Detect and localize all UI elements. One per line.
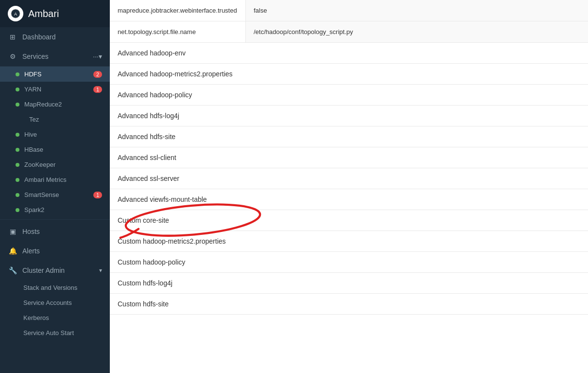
config-value: false xyxy=(246,0,588,21)
service-status-dot xyxy=(16,103,19,107)
service-status-dot xyxy=(16,88,19,91)
sidebar-item-hosts[interactable]: ▣ Hosts xyxy=(0,222,110,241)
service-status-dot xyxy=(16,163,19,167)
sidebar-item-hdfs[interactable]: HDFS 2 xyxy=(0,67,110,82)
annotated-section-container: Custom core-site xyxy=(110,210,588,231)
sidebar-item-hive[interactable]: Hive xyxy=(0,127,110,142)
config-row: mapreduce.jobtracker.webinterface.truste… xyxy=(110,0,588,21)
section-advanced-hadoop-metrics2[interactable]: Advanced hadoop-metrics2.properties xyxy=(110,64,588,85)
section-label: Advanced hadoop-metrics2.properties xyxy=(118,70,233,78)
section-label: Advanced ssl-client xyxy=(118,154,176,161)
sidebar-item-label: YARN xyxy=(24,86,93,93)
section-label: Advanced hdfs-log4j xyxy=(118,112,179,120)
sidebar-item-dashboard[interactable]: ⊞ Dashboard xyxy=(0,27,110,47)
sidebar-item-zookeeper[interactable]: ZooKeeper xyxy=(0,157,110,172)
sidebar-item-label: Dashboard xyxy=(22,33,102,41)
alerts-icon: 🔔 xyxy=(8,246,17,256)
service-status-dot xyxy=(16,208,19,212)
divider xyxy=(0,219,110,220)
sidebar-item-label: MapReduce2 xyxy=(24,101,102,108)
sidebar-item-tez[interactable]: Tez xyxy=(0,112,110,127)
sidebar-item-label: ZooKeeper xyxy=(24,161,102,168)
service-status-dot xyxy=(16,133,19,137)
section-advanced-hdfs-log4j[interactable]: Advanced hdfs-log4j xyxy=(110,106,588,126)
hosts-icon: ▣ xyxy=(8,227,17,236)
services-arrow-icon[interactable]: ▾ xyxy=(99,53,102,60)
sidebar-item-label: Spark2 xyxy=(24,206,102,213)
sidebar-item-mapreduce2[interactable]: MapReduce2 xyxy=(0,97,110,112)
sidebar-item-label: SmartSense xyxy=(24,191,93,198)
sidebar-item-alerts[interactable]: 🔔 Alerts xyxy=(0,241,110,261)
section-custom-core-site[interactable]: Custom core-site xyxy=(110,210,588,231)
sidebar-item-label: Alerts xyxy=(22,247,102,255)
sidebar-item-label: Service Accounts xyxy=(23,299,72,306)
service-status-dot xyxy=(16,72,19,76)
sidebar-item-label: Service Auto Start xyxy=(23,329,74,337)
sidebar-header: A Ambari xyxy=(0,0,110,27)
sidebar-item-label: Hive xyxy=(24,131,102,138)
sidebar-item-stack-versions[interactable]: Stack and Versions xyxy=(0,280,110,295)
section-label: Custom core-site xyxy=(118,216,169,224)
section-advanced-ssl-client[interactable]: Advanced ssl-client xyxy=(110,147,588,168)
section-label: Advanced viewfs-mount-table xyxy=(118,195,207,203)
sidebar-item-kerberos[interactable]: Kerberos xyxy=(0,310,110,325)
section-label: Custom hdfs-log4j xyxy=(118,279,173,287)
services-icon: ⚙ xyxy=(8,52,17,61)
sidebar-item-hbase[interactable]: HBase xyxy=(0,142,110,157)
app-name: Ambari xyxy=(28,8,59,19)
sidebar-item-service-auto-start[interactable]: Service Auto Start xyxy=(0,325,110,340)
section-advanced-hadoop-env[interactable]: Advanced hadoop-env xyxy=(110,43,588,64)
config-key: net.topology.script.file.name xyxy=(110,21,246,42)
section-custom-hdfs-log4j[interactable]: Custom hdfs-log4j xyxy=(110,273,588,294)
section-advanced-hadoop-policy[interactable]: Advanced hadoop-policy xyxy=(110,85,588,106)
section-custom-hdfs-site[interactable]: Custom hdfs-site xyxy=(110,294,588,315)
sidebar-item-spark2[interactable]: Spark2 xyxy=(0,202,110,217)
sidebar-item-label: HDFS xyxy=(24,71,93,78)
section-advanced-viewfs-mount-table[interactable]: Advanced viewfs-mount-table xyxy=(110,189,588,210)
section-advanced-ssl-server[interactable]: Advanced ssl-server xyxy=(110,168,588,189)
sidebar-item-ambari-metrics[interactable]: Ambari Metrics xyxy=(0,172,110,187)
sidebar-item-label: Tez xyxy=(29,116,102,123)
service-badge: 1 xyxy=(93,192,102,198)
service-badge: 1 xyxy=(93,86,102,93)
sidebar-item-label: Services xyxy=(22,53,93,60)
service-status-dot xyxy=(16,148,19,152)
service-status-dot xyxy=(16,178,19,182)
section-custom-hadoop-policy[interactable]: Custom hadoop-policy xyxy=(110,252,588,273)
sidebar-item-cluster-admin[interactable]: 🔧 Cluster Admin ▾ xyxy=(0,261,110,280)
dashboard-icon: ⊞ xyxy=(8,32,17,42)
section-advanced-hdfs-site[interactable]: Advanced hdfs-site xyxy=(110,126,588,147)
config-key: mapreduce.jobtracker.webinterface.truste… xyxy=(110,0,246,21)
section-label: Advanced hadoop-env xyxy=(118,49,186,57)
svg-text:A: A xyxy=(14,12,17,17)
sidebar-item-service-accounts[interactable]: Service Accounts xyxy=(0,295,110,310)
app-logo: A xyxy=(8,6,23,21)
cluster-admin-arrow-icon[interactable]: ▾ xyxy=(99,267,102,274)
sidebar-item-smartsense[interactable]: SmartSense 1 xyxy=(0,187,110,202)
config-content: mapreduce.jobtracker.webinterface.truste… xyxy=(110,0,588,315)
section-label: Custom hadoop-policy xyxy=(118,258,185,266)
section-label: Custom hadoop-metrics2.properties xyxy=(118,237,226,245)
sidebar-item-services[interactable]: ⚙ Services ··· ▾ xyxy=(0,47,110,67)
sidebar-item-label: Ambari Metrics xyxy=(24,176,102,183)
services-more-icon[interactable]: ··· xyxy=(93,53,99,60)
main-content: mapreduce.jobtracker.webinterface.truste… xyxy=(110,0,588,373)
sidebar-item-label: HBase xyxy=(24,146,102,153)
sidebar-item-label: Kerberos xyxy=(23,314,49,321)
section-custom-hadoop-metrics2[interactable]: Custom hadoop-metrics2.properties xyxy=(110,231,588,252)
section-label: Advanced ssl-server xyxy=(118,175,179,182)
config-value: /etc/hadoop/conf/topology_script.py xyxy=(246,21,588,42)
section-label: Custom hdfs-site xyxy=(118,300,169,308)
section-label: Advanced hadoop-policy xyxy=(118,91,192,99)
sidebar: A Ambari ⊞ Dashboard ⚙ Services ··· ▾ HD… xyxy=(0,0,110,373)
sidebar-item-label: Stack and Versions xyxy=(23,284,77,291)
service-badge: 2 xyxy=(93,71,102,78)
sidebar-item-label: Hosts xyxy=(22,228,102,235)
cluster-admin-icon: 🔧 xyxy=(8,266,17,275)
section-label: Advanced hdfs-site xyxy=(118,133,175,141)
config-row: net.topology.script.file.name /etc/hadoo… xyxy=(110,21,588,43)
sidebar-item-yarn[interactable]: YARN 1 xyxy=(0,82,110,97)
sidebar-item-label: Cluster Admin xyxy=(22,266,97,274)
service-status-dot xyxy=(16,193,19,197)
